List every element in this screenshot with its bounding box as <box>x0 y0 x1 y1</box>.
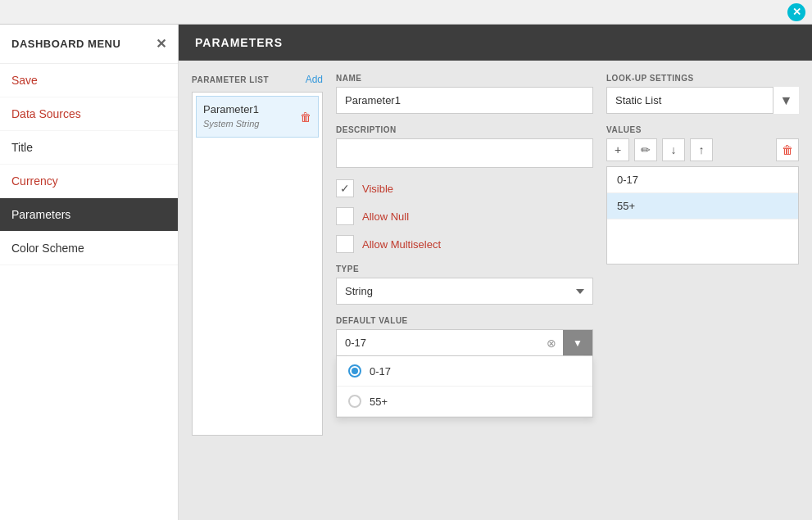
clear-default-value-button[interactable]: ⊗ <box>540 330 563 355</box>
param-list-header: PARAMETER LIST Add <box>192 74 323 85</box>
sidebar: DASHBOARD MENU ✕ Save Data Sources Title… <box>0 25 179 520</box>
param-item[interactable]: Parameter1 System String 🗑 <box>196 96 319 138</box>
default-value-label: DEFAULT VALUE <box>336 316 593 325</box>
default-value-container: ⊗ ▼ 0-17 55+ <box>336 329 593 356</box>
sidebar-item-data-sources[interactable]: Data Sources <box>0 97 178 131</box>
visible-row: ✓ Visible <box>336 179 593 197</box>
sidebar-close-button[interactable]: ✕ <box>156 36 166 52</box>
close-icon: ✕ <box>792 6 801 18</box>
allow-multiselect-row: Allow Multiselect <box>336 235 593 253</box>
content-header: PARAMETERS <box>179 25 812 61</box>
sidebar-item-parameters[interactable]: Parameters <box>0 198 178 232</box>
sidebar-title: DASHBOARD MENU <box>11 38 120 50</box>
visible-checkbox[interactable]: ✓ <box>336 179 354 197</box>
top-bar: ✕ <box>0 0 812 25</box>
values-add-button[interactable]: + <box>606 138 629 161</box>
main-layout: DASHBOARD MENU ✕ Save Data Sources Title… <box>0 25 812 520</box>
name-label: NAME <box>336 74 593 83</box>
sidebar-header: DASHBOARD MENU ✕ <box>0 25 178 64</box>
radio-55plus <box>348 395 361 408</box>
values-list: 0-17 55+ <box>606 166 799 265</box>
allow-null-label: Allow Null <box>362 210 409 223</box>
dropdown-option-55plus-label: 55+ <box>370 396 388 408</box>
content-body: PARAMETER LIST Add Parameter1 System Str… <box>179 61 812 520</box>
allow-multiselect-label: Allow Multiselect <box>362 238 441 251</box>
lookup-select-wrap: Static List Dynamic List ▼ <box>606 87 799 114</box>
value-item-0-17[interactable]: 0-17 <box>607 167 798 193</box>
dropdown-option-0-17-label: 0-17 <box>370 365 391 378</box>
description-label: DESCRIPTION <box>336 125 593 134</box>
right-panel: LOOK-UP SETTINGS Static List Dynamic Lis… <box>606 74 799 507</box>
checkmark-icon: ✓ <box>340 182 350 195</box>
param-list-panel: PARAMETER LIST Add Parameter1 System Str… <box>192 74 323 507</box>
sidebar-item-color-scheme[interactable]: Color Scheme <box>0 232 178 265</box>
values-toolbar: + ✏ ↓ ↑ 🗑 <box>606 138 799 161</box>
values-up-button[interactable]: ↑ <box>690 138 713 161</box>
default-value-dropdown-toggle[interactable]: ▼ <box>563 330 592 355</box>
default-value-input-row: ⊗ ▼ <box>336 329 593 356</box>
radio-inner-0-17 <box>352 368 358 374</box>
radio-0-17 <box>348 364 361 378</box>
default-value-dropdown: 0-17 55+ <box>336 356 593 418</box>
window-close-button[interactable]: ✕ <box>787 3 805 21</box>
param-delete-icon[interactable]: 🗑 <box>300 111 311 124</box>
default-value-section: DEFAULT VALUE ⊗ ▼ 0-17 <box>336 316 593 356</box>
checkboxes-section: ✓ Visible Allow Null Allow Multiselect <box>336 179 593 253</box>
allow-null-checkbox[interactable] <box>336 207 354 225</box>
param-item-sub: System String <box>203 119 259 129</box>
dropdown-option-55plus[interactable]: 55+ <box>337 387 592 417</box>
name-input[interactable] <box>336 87 593 114</box>
content-area: PARAMETERS PARAMETER LIST Add Parameter1… <box>179 25 812 520</box>
param-item-name: Parameter1 <box>203 103 259 115</box>
lookup-section: LOOK-UP SETTINGS Static List Dynamic Lis… <box>606 74 799 114</box>
values-label: VALUES <box>606 125 799 134</box>
type-select[interactable]: String Integer Float Date <box>336 278 593 305</box>
content-title: PARAMETERS <box>195 36 283 49</box>
visible-label: Visible <box>362 183 393 195</box>
sidebar-item-save[interactable]: Save <box>0 64 178 97</box>
add-parameter-link[interactable]: Add <box>306 74 323 85</box>
value-item-55plus[interactable]: 55+ <box>607 193 798 219</box>
type-label: TYPE <box>336 265 593 274</box>
dropdown-option-0-17[interactable]: 0-17 <box>337 356 592 387</box>
sidebar-item-currency[interactable]: Currency <box>0 165 178 198</box>
values-section: VALUES + ✏ ↓ ↑ 🗑 0-17 55+ <box>606 125 799 265</box>
lookup-select[interactable]: Static List Dynamic List <box>606 87 799 114</box>
values-edit-button[interactable]: ✏ <box>634 138 657 161</box>
values-down-button[interactable]: ↓ <box>662 138 685 161</box>
sidebar-item-title[interactable]: Title <box>0 131 178 165</box>
default-value-input[interactable] <box>337 330 540 355</box>
param-list-label: PARAMETER LIST <box>192 75 269 84</box>
description-section: DESCRIPTION <box>336 125 593 168</box>
param-item-text: Parameter1 System String <box>203 103 259 130</box>
type-section: TYPE String Integer Float Date <box>336 265 593 305</box>
description-input[interactable] <box>336 138 593 168</box>
form-panel: NAME DESCRIPTION ✓ Visible <box>336 74 593 507</box>
allow-multiselect-checkbox[interactable] <box>336 235 354 253</box>
values-delete-button[interactable]: 🗑 <box>776 138 799 161</box>
allow-null-row: Allow Null <box>336 207 593 225</box>
lookup-label: LOOK-UP SETTINGS <box>606 74 799 83</box>
name-section: NAME <box>336 74 593 114</box>
param-list-box: Parameter1 System String 🗑 <box>192 92 323 436</box>
